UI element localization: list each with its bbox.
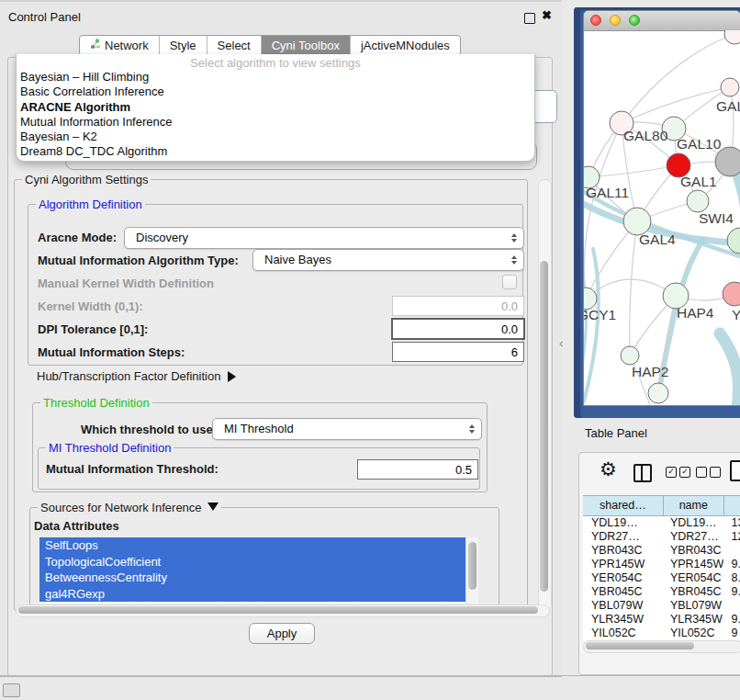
table-cell: YLR345W [583,613,662,627]
minimize-traffic-light[interactable] [610,15,621,26]
table-horizontal-thumb[interactable] [586,642,694,649]
dpi-tolerance-field[interactable] [391,318,525,340]
settings-vertical-scrollbar[interactable] [538,179,552,611]
network-node-hap2[interactable] [621,346,639,365]
network-node-y[interactable] [723,282,740,306]
network-node-swi4[interactable] [687,190,709,212]
mi-threshold-field[interactable] [357,459,478,480]
network-node-label: HAP2 [632,364,669,379]
control-panel-title: Control Panel [8,10,81,24]
settings-horizontal-thumb[interactable] [18,606,538,614]
algorithm-option[interactable]: ARACNE Algorithm [19,100,532,115]
tab-label: Network [105,39,149,52]
close-icon[interactable]: ✖ [542,8,552,22]
network-node-label: GCY1 [584,307,616,322]
tab-style[interactable]: Style [159,36,207,55]
collapsed-panel-icon[interactable] [3,683,20,697]
table-cell: YDR27… [662,530,723,544]
table-row[interactable]: YDL19…YDL19…13 [583,516,740,530]
cyni-algorithm-settings-group: Cyni Algorithm Settings Algorithm Defini… [14,179,528,611]
table-row[interactable]: YBR045CYBR045C9. [583,585,740,599]
table-horizontal-scrollbar[interactable] [583,640,740,653]
network-window-titlebar[interactable] [584,11,740,31]
network-node[interactable] [727,228,740,254]
panel-splitter-handle[interactable]: ‹ [559,336,563,350]
table-cell: YBL079W [583,599,662,613]
table-row[interactable]: YER054CYER054C8. [583,571,740,585]
network-node-gal[interactable] [721,78,739,96]
table-header-row: shared…nameA [583,495,740,516]
table-panel-title: Table Panel [585,426,647,440]
algorithm-option[interactable]: Mutual Information Inference [19,115,532,130]
column-header[interactable]: A [724,496,740,515]
algorithm-option[interactable]: Bayesian – K2 [19,130,532,144]
sources-group-title[interactable]: Sources for Network Inference [38,501,221,516]
algorithm-option[interactable]: Bayesian – Hill Climbing [19,70,532,85]
table-cell: YBR043C [662,544,723,558]
attributes-scrollbar[interactable] [465,537,478,604]
float-window-icon[interactable] [524,13,535,24]
attributes-scrollbar-thumb[interactable] [468,542,477,590]
table-row[interactable]: YDR27…YDR27…12 [583,530,740,544]
tab-select[interactable]: Select [207,36,261,55]
mi-threshold-label: Mutual Information Threshold: [46,462,219,476]
attribute-item[interactable]: TopologicalCoefficient [39,554,465,570]
table-row[interactable]: YBL079WYBL079W [583,599,740,613]
close-traffic-light[interactable] [590,15,601,26]
table-cell: YPR145W [583,558,662,571]
network-node[interactable] [648,383,668,403]
table-cell: YER054C [583,571,662,585]
document-icon[interactable] [730,460,740,481]
expand-right-icon [228,371,241,382]
sources-title-text: Sources for Network Inference [40,501,202,514]
settings-vertical-thumb[interactable] [540,261,548,592]
which-threshold-value: MI Threshold [224,422,294,435]
column-header[interactable]: name [664,496,724,515]
table-cell: YDL19… [583,516,662,530]
network-canvas[interactable]: GALGAL80GAL10GAL1GAL11GAL4SWI4GCY1HAP4YH… [584,30,740,405]
attribute-item[interactable]: BetweennessCentrality [39,570,465,586]
tab-network[interactable]: Network [80,36,159,55]
tab-cyni-toolbox[interactable]: Cyni Toolbox [261,36,350,55]
table-body: YDL19…YDL19…13YDR27…YDR27…12YBR043CYBR04… [583,516,740,640]
network-node-label: Y [732,307,740,322]
table-row[interactable]: YLR345WYLR345W9. [583,613,740,627]
mi-type-select[interactable]: Naive Bayes [252,249,524,271]
hub-definition-toggle[interactable]: Hub/Transcription Factor Definition [37,369,241,383]
table-cell: YPR145W [662,558,723,571]
apply-button[interactable]: Apply [249,623,315,644]
select-all-checks-icon[interactable]: ✓✓ [666,467,690,478]
algorithm-definition-group: Algorithm Definition Aracne Mode: Discov… [28,204,523,366]
manual-kernel-checkbox[interactable] [502,275,517,289]
tab-label: Style [170,39,196,52]
node-attribute-table: shared…nameA YDL19…YDL19…13YDR27…YDR27…1… [583,495,740,640]
network-node-label: GAL80 [623,128,668,143]
network-node-label: HAP4 [677,305,714,321]
columns-icon[interactable] [633,464,652,482]
algorithm-option[interactable]: Dream8 DC_TDC Algorithm [19,144,532,159]
gear-icon[interactable]: ⚙ [600,458,617,480]
which-threshold-select[interactable]: MI Threshold [212,418,482,440]
spinner-arrows-icon [469,424,475,434]
table-cell: YER054C [662,571,723,585]
table-row[interactable]: YBR043CYBR043C [583,544,740,558]
table-row[interactable]: YPR145WYPR145W9. [583,558,740,571]
algorithm-option[interactable]: Basic Correlation Inference [19,85,532,99]
network-node[interactable] [724,30,740,44]
kernel-width-field[interactable] [392,296,524,316]
attribute-item[interactable]: SelfLoops [39,537,465,554]
settings-horizontal-scrollbar[interactable] [16,604,550,617]
aracne-mode-select[interactable]: Discovery [124,227,524,249]
deselect-all-checks-icon[interactable] [696,467,721,478]
column-header[interactable]: shared… [583,496,664,515]
table-cell: 8. [723,571,740,585]
table-row[interactable]: YIL052CYIL052C9 [583,627,740,640]
which-threshold-label: Which threshold to use: [81,423,217,436]
attribute-item[interactable]: gal4RGexp [39,586,465,603]
mi-threshold-definition-group: MI Threshold Definition Mutual Informati… [38,447,480,490]
network-node-label: GAL10 [677,136,722,152]
tab-jactivemnodules[interactable]: jActiveMNodules [350,36,460,55]
zoom-traffic-light[interactable] [629,15,640,26]
mi-steps-field[interactable] [392,342,524,362]
network-edge [630,221,637,356]
